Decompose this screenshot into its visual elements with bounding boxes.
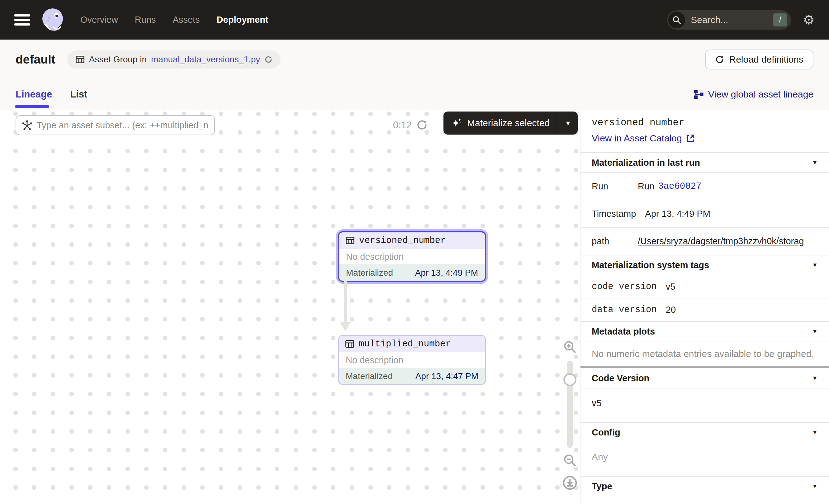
tabs-row: Lineage List View global asset lineage	[0, 79, 829, 110]
table-row: Timestamp Apr 13, 4:49 PM	[580, 200, 829, 227]
tag-value: v5	[657, 275, 829, 298]
zoom-slider-handle[interactable]	[563, 373, 576, 386]
timestamp-label: Timestamp	[580, 200, 636, 227]
run-id-link[interactable]: 3ae60027	[658, 181, 701, 191]
search-input[interactable]: Search... /	[667, 10, 791, 30]
search-placeholder: Search...	[691, 15, 773, 25]
asset-node-multiplied-number[interactable]: multiplied_number No description Materia…	[338, 335, 486, 385]
tag-value: 20	[657, 298, 829, 321]
last-run-table: Run Run 3ae60027 Timestamp Apr 13, 4:49 …	[580, 172, 829, 255]
nav-item-overview[interactable]: Overview	[80, 15, 118, 25]
table-row: code_version v5	[580, 275, 829, 298]
zoom-slider[interactable]	[567, 361, 573, 448]
chevron-down-icon: ▼	[812, 483, 818, 490]
search-shortcut-badge: /	[773, 13, 787, 27]
asset-node-name: multiplied_number	[359, 339, 451, 349]
refresh-icon	[715, 55, 724, 64]
page-title: default	[15, 52, 56, 66]
chevron-down-icon: ▾	[566, 119, 570, 128]
asset-node-footer: Materialized Apr 13, 4:47 PM	[339, 368, 485, 384]
config-value: Any	[580, 442, 829, 476]
refresh-icon[interactable]	[264, 56, 273, 64]
lineage-edge	[344, 281, 347, 323]
asset-node-timestamp[interactable]: Apr 13, 4:47 PM	[416, 371, 478, 381]
tag-key: code_version	[580, 275, 657, 298]
section-title: Metadata plots	[592, 326, 655, 337]
tag-key: data_version	[580, 298, 657, 321]
asset-group-file-link[interactable]: manual_data_versions_1.py	[151, 55, 260, 65]
nav-links: Overview Runs Assets Deployment	[80, 15, 268, 25]
selected-asset-name: versioned_number	[592, 117, 818, 128]
main-content: 0:12 Materialize selected ▾ versioned_nu…	[0, 110, 829, 504]
nav-item-assets[interactable]: Assets	[173, 15, 200, 25]
run-value: Run 3ae60027	[629, 173, 829, 200]
download-graph-icon[interactable]	[561, 475, 579, 490]
refresh-timer: 0:12	[393, 120, 412, 131]
asset-subset-field[interactable]	[37, 120, 209, 131]
nav-item-deployment[interactable]: Deployment	[217, 15, 268, 25]
table-icon	[75, 55, 85, 64]
materialize-options-dropdown[interactable]: ▾	[558, 111, 578, 135]
refresh-graph-icon[interactable]	[416, 119, 428, 131]
asset-node-description: No description	[339, 249, 485, 264]
materialize-selected-main[interactable]: Materialize selected	[443, 118, 558, 128]
timestamp-value: Apr 13, 4:49 PM	[636, 200, 829, 227]
dagster-logo-icon[interactable]	[40, 7, 65, 33]
view-in-asset-catalog-link[interactable]: View in Asset Catalog	[592, 133, 818, 144]
section-materialization-system-tags[interactable]: Materialization system tags ▼	[580, 255, 829, 275]
chevron-down-icon: ▼	[812, 375, 818, 382]
chevron-down-icon: ▼	[812, 159, 818, 166]
reload-definitions-label: Reload definitions	[729, 54, 804, 65]
asset-subset-input[interactable]	[15, 115, 215, 135]
section-code-version[interactable]: Code Version ▼	[580, 368, 829, 388]
path-label: path	[580, 228, 629, 255]
panel-divider	[580, 366, 829, 368]
search-icon	[668, 11, 685, 28]
materialize-selected-button[interactable]: Materialize selected ▾	[443, 111, 578, 135]
asset-node-name: versioned_number	[359, 236, 446, 246]
asset-lineage-graph[interactable]: 0:12 Materialize selected ▾ versioned_nu…	[0, 110, 580, 504]
type-empty-body	[580, 496, 829, 504]
table-row: data_version 20	[580, 298, 829, 321]
table-icon	[346, 236, 355, 245]
zoom-controls	[561, 340, 579, 490]
section-metadata-plots[interactable]: Metadata plots ▼	[580, 321, 829, 341]
asset-node-versioned-number[interactable]: versioned_number No description Material…	[338, 231, 486, 282]
section-materialization-in-last-run[interactable]: Materialization in last run ▼	[580, 152, 829, 172]
asset-node-status: Materialized	[346, 371, 393, 381]
view-global-asset-lineage-link[interactable]: View global asset lineage	[693, 89, 814, 100]
materialize-selected-label: Materialize selected	[467, 118, 550, 128]
system-tags-table: code_version v5 data_version 20	[580, 275, 829, 321]
zoom-in-icon[interactable]	[561, 340, 579, 354]
asset-node-status: Materialized	[346, 268, 393, 278]
tab-list[interactable]: List	[70, 89, 87, 100]
asset-node-footer: Materialized Apr 13, 4:49 PM	[339, 264, 485, 281]
reload-definitions-button[interactable]: Reload definitions	[705, 49, 814, 69]
section-title: Type	[592, 481, 612, 492]
code-version-value: v5	[580, 388, 829, 422]
zoom-out-icon[interactable]	[561, 454, 579, 467]
path-value-link[interactable]: /Users/sryza/dagster/tmp3hzzvh0k/storag	[638, 236, 804, 246]
tab-lineage[interactable]: Lineage	[15, 89, 52, 100]
table-row: path /Users/sryza/dagster/tmp3hzzvh0k/st…	[580, 227, 829, 255]
metadata-plots-empty-message: No numeric metadata entries available to…	[580, 341, 829, 366]
section-config[interactable]: Config ▼	[580, 422, 829, 442]
dagster-app: Overview Runs Assets Deployment Search..…	[0, 0, 829, 504]
section-type[interactable]: Type ▼	[580, 476, 829, 496]
hamburger-menu-icon[interactable]	[14, 14, 30, 26]
top-nav: Overview Runs Assets Deployment Search..…	[0, 0, 829, 40]
asset-subset-icon	[22, 120, 32, 131]
gear-icon[interactable]: ⚙	[803, 13, 815, 27]
asset-node-header: versioned_number	[339, 232, 485, 249]
lineage-edge-arrowhead	[340, 322, 351, 331]
table-row: Run Run 3ae60027	[580, 173, 829, 200]
lineage-graph-icon	[693, 89, 704, 100]
section-title: Code Version	[592, 373, 649, 384]
sparkle-icon	[452, 118, 462, 128]
section-title: Config	[592, 427, 620, 438]
asset-node-timestamp[interactable]: Apr 13, 4:49 PM	[415, 268, 478, 278]
chevron-down-icon: ▼	[812, 262, 818, 268]
chevron-down-icon: ▼	[812, 429, 818, 436]
nav-item-runs[interactable]: Runs	[135, 15, 156, 25]
panel-header: versioned_number View in Asset Catalog	[580, 110, 829, 152]
